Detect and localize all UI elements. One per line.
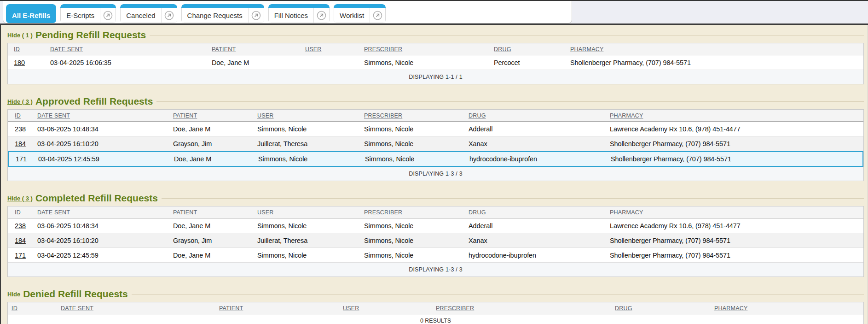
- paging-status: DISPLAYING 1-3 / 3: [8, 167, 863, 181]
- column-header-date-sent[interactable]: DATE SENT: [50, 46, 212, 53]
- column-header-prescriber[interactable]: PRESCRIBER: [364, 46, 494, 53]
- cell-prescriber: Simmons, Nicole: [364, 237, 469, 244]
- column-header-drug[interactable]: DRUG: [469, 209, 610, 216]
- cell-user: Simmons, Nicole: [258, 155, 365, 163]
- cell-prescriber: Simmons, Nicole: [364, 59, 494, 66]
- cell-user: Juillerat, Theresa: [257, 237, 364, 244]
- column-header-patient[interactable]: PATIENT: [173, 112, 257, 119]
- refill-id-link[interactable]: 171: [16, 155, 27, 163]
- column-header-pharmacy[interactable]: PHARMACY: [610, 112, 863, 119]
- table-header-row: ID DATE SENT PATIENT USER PRESCRIBER DRU…: [8, 206, 863, 218]
- table-header-row: ID DATE SENT PATIENT USER PRESCRIBER DRU…: [8, 110, 863, 122]
- tab-worklist[interactable]: Worklist: [334, 4, 386, 23]
- pending-table: ID DATE SENT PATIENT USER PRESCRIBER DRU…: [7, 43, 864, 84]
- column-header-pharmacy[interactable]: PHARMACY: [610, 209, 863, 216]
- column-header-date-sent[interactable]: DATE SENT: [37, 112, 173, 119]
- external-link-icon[interactable]: [313, 8, 329, 23]
- cell-pharmacy: Lawrence Academy Rx 10.6, (978) 451-4477: [610, 222, 863, 230]
- column-header-user[interactable]: USER: [257, 209, 364, 216]
- tab-band: All E-Refills E-Scripts Canceled: [0, 1, 868, 24]
- paging-status: DISPLAYING 1-3 / 3: [8, 263, 863, 277]
- cell-drug: hydrocodone-ibuprofen: [469, 252, 610, 259]
- column-header-prescriber[interactable]: PRESCRIBER: [364, 112, 469, 119]
- section-title: Approved Refill Requests: [35, 96, 153, 107]
- table-row-selected[interactable]: 171 03-04-2025 12:45:59 Doe, Jane M Simm…: [8, 151, 863, 167]
- cell-patient: Doe, Jane M: [173, 125, 257, 133]
- section-approved-refill-requests: Hide ( 3 ) Approved Refill Requests ID D…: [1, 95, 864, 181]
- table-row[interactable]: 180 03-04-2025 16:06:35 Doe, Jane M Simm…: [8, 55, 863, 70]
- cell-pharmacy: Shollenberger Pharmacy, (707) 984-5571: [611, 155, 862, 163]
- tab-label: All E-Refills: [6, 12, 56, 19]
- cell-prescriber: Simmons, Nicole: [364, 125, 469, 133]
- column-header-pharmacy[interactable]: PHARMACY: [714, 305, 863, 312]
- refill-id-link[interactable]: 180: [14, 59, 25, 66]
- tab-label: Worklist: [334, 12, 370, 19]
- cell-drug: Percocet: [494, 59, 570, 66]
- column-header-id[interactable]: ID: [15, 209, 37, 216]
- tab-container: All E-Refills E-Scripts Canceled: [3, 1, 572, 24]
- approved-table: ID DATE SENT PATIENT USER PRESCRIBER DRU…: [7, 109, 864, 181]
- section-title: Pending Refill Requests: [35, 29, 146, 41]
- cell-prescriber: Simmons, Nicole: [364, 252, 469, 259]
- refill-id-link[interactable]: 184: [15, 237, 26, 244]
- cell-pharmacy: Shollenberger Pharmacy, (707) 984-5571: [570, 59, 863, 66]
- divider: [156, 101, 864, 102]
- cell-date-sent: 03-04-2025 12:45:59: [38, 155, 174, 163]
- table-row[interactable]: 184 03-04-2025 16:10:20 Grayson, Jim Jui…: [8, 136, 863, 151]
- cell-pharmacy: Shollenberger Pharmacy, (707) 984-5571: [610, 237, 863, 244]
- tab-e-scripts[interactable]: E-Scripts: [60, 4, 116, 23]
- column-header-pharmacy[interactable]: PHARMACY: [570, 46, 863, 53]
- column-header-drug[interactable]: DRUG: [494, 46, 570, 53]
- table-row[interactable]: 238 03-06-2025 10:48:34 Doe, Jane M Simm…: [8, 218, 863, 233]
- empty-results-message: 0 RESULTS: [8, 314, 863, 324]
- column-header-patient[interactable]: PATIENT: [173, 209, 257, 216]
- cell-patient: Doe, Jane M: [174, 155, 258, 163]
- table-row[interactable]: 184 03-04-2025 16:10:20 Grayson, Jim Jui…: [8, 233, 863, 248]
- hide-link[interactable]: Hide: [7, 291, 20, 298]
- column-header-id[interactable]: ID: [15, 112, 37, 119]
- cell-pharmacy: Shollenberger Pharmacy, (707) 984-5571: [610, 252, 863, 259]
- hide-link[interactable]: Hide ( 3 ): [7, 195, 33, 202]
- e-refills-page: All E-Refills E-Scripts Canceled: [0, 0, 868, 324]
- tab-label: E-Scripts: [61, 12, 100, 19]
- divider: [132, 294, 864, 295]
- refill-id-link[interactable]: 238: [15, 222, 26, 230]
- external-link-icon[interactable]: [161, 8, 177, 23]
- column-header-patient[interactable]: PATIENT: [212, 46, 305, 53]
- external-link-icon[interactable]: [370, 8, 385, 23]
- cell-patient: Doe, Jane M: [212, 59, 305, 66]
- column-header-user[interactable]: USER: [343, 305, 436, 312]
- column-header-user[interactable]: USER: [305, 46, 364, 53]
- cell-user: Juillerat, Theresa: [257, 140, 364, 147]
- divider: [162, 198, 864, 199]
- refill-id-link[interactable]: 171: [15, 252, 26, 259]
- column-header-id[interactable]: ID: [12, 305, 61, 312]
- tab-all-e-refills[interactable]: All E-Refills: [6, 4, 56, 23]
- column-header-user[interactable]: USER: [257, 112, 364, 119]
- hide-link[interactable]: Hide ( 3 ): [7, 98, 33, 105]
- external-link-icon[interactable]: [248, 8, 264, 23]
- tab-change-requests[interactable]: Change Requests: [181, 4, 264, 23]
- cell-patient: Doe, Jane M: [173, 252, 257, 259]
- tab-canceled[interactable]: Canceled: [120, 4, 177, 23]
- table-row[interactable]: 171 03-04-2025 12:45:59 Doe, Jane M Simm…: [8, 248, 863, 263]
- section-denied-refill-requests: Hide Denied Refill Requests ID DATE SENT…: [1, 288, 864, 324]
- table-row[interactable]: 238 03-06-2025 10:48:34 Doe, Jane M Simm…: [8, 122, 863, 136]
- column-header-date-sent[interactable]: DATE SENT: [37, 209, 173, 216]
- column-header-drug[interactable]: DRUG: [615, 305, 714, 312]
- column-header-id[interactable]: ID: [14, 46, 50, 53]
- column-header-prescriber[interactable]: PRESCRIBER: [364, 209, 469, 216]
- cell-drug: Xanax: [469, 140, 610, 147]
- section-title: Denied Refill Requests: [23, 289, 128, 300]
- column-header-patient[interactable]: PATIENT: [219, 305, 343, 312]
- external-link-icon[interactable]: [100, 8, 116, 23]
- column-header-prescriber[interactable]: PRESCRIBER: [436, 305, 615, 312]
- refill-id-link[interactable]: 184: [15, 140, 26, 147]
- tab-fill-notices[interactable]: Fill Notices: [268, 4, 330, 23]
- cell-user: Simmons, Nicole: [257, 125, 364, 133]
- refill-id-link[interactable]: 238: [15, 125, 26, 133]
- section-title: Completed Refill Requests: [35, 193, 158, 204]
- column-header-drug[interactable]: DRUG: [469, 112, 610, 119]
- hide-link[interactable]: Hide ( 1 ): [7, 32, 33, 39]
- column-header-date-sent[interactable]: DATE SENT: [61, 305, 219, 312]
